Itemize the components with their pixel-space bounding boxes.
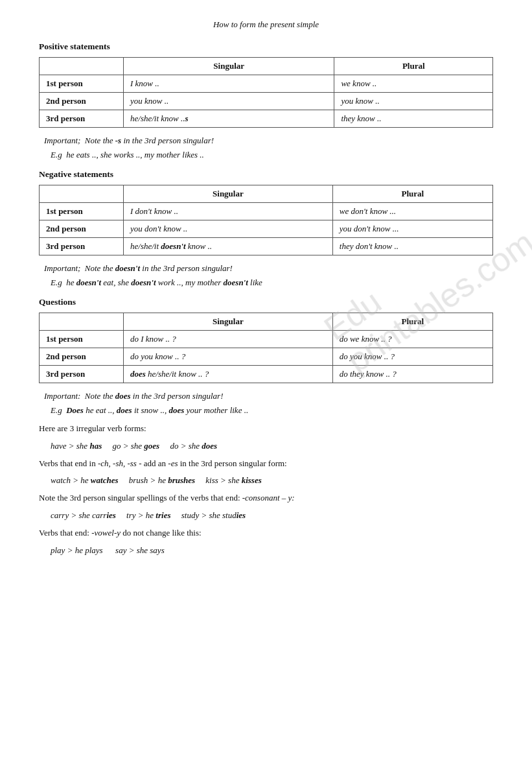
positive-heading: Positive statements <box>39 41 493 52</box>
negative-col-empty <box>40 185 124 203</box>
positive-row2-person: 2nd person <box>40 93 124 110</box>
questions-row2-person: 2nd person <box>40 348 124 366</box>
positive-col-singular: Singular <box>124 58 334 75</box>
positive-row3-person: 3rd person <box>40 110 124 128</box>
table-row: 2nd person you know .. you know .. <box>40 93 493 110</box>
table-row: 2nd person do you know .. ? do you know … <box>40 348 493 366</box>
page-title: How to form the present simple <box>39 19 493 30</box>
negative-row2-plural: you don't know ... <box>332 220 492 238</box>
positive-row2-plural: you know .. <box>334 93 493 110</box>
positive-row1-person: 1st person <box>40 75 124 93</box>
positive-row1-singular: I know .. <box>124 75 334 93</box>
questions-heading: Questions <box>39 297 493 307</box>
positive-table: Singular Plural 1st person I know .. we … <box>39 57 493 128</box>
negative-heading: Negative statements <box>39 169 493 180</box>
negative-table: Singular Plural 1st person I don't know … <box>39 185 493 255</box>
negative-row3-plural: they don't know .. <box>332 238 492 255</box>
vowel-y-intro: Verbs that end: -vowel-y do not change l… <box>39 527 493 540</box>
positive-row2-singular: you know .. <box>124 93 334 110</box>
questions-table: Singular Plural 1st person do I know .. … <box>39 313 493 383</box>
negative-col-plural: Plural <box>332 185 492 203</box>
irregular-intro: Here are 3 irregular verb forms: <box>39 422 493 436</box>
negative-row3-singular: he/she/it doesn't know .. <box>124 238 333 255</box>
consonant-y-examples: carry > she carries try > he tries study… <box>51 509 493 523</box>
table-row: 2nd person you don't know .. you don't k… <box>40 220 493 238</box>
irregular-verbs: have > she has go > she goes do > she do… <box>51 440 493 453</box>
questions-row2-plural: do you know .. ? <box>332 348 492 366</box>
consonant-y-intro: Note the 3rd person singular spellings o… <box>39 492 493 505</box>
positive-col-empty <box>40 58 124 75</box>
positive-row3-plural: they know .. <box>334 110 493 128</box>
questions-col-singular: Singular <box>124 313 333 331</box>
positive-note: Important; Note the -s in the 3rd person… <box>44 136 493 146</box>
negative-row1-plural: we don't know ... <box>332 203 492 220</box>
positive-row3-singular: he/she/it know ..s <box>124 110 334 128</box>
vowel-y-examples: play > he plays say > she says <box>51 544 493 558</box>
table-row: 3rd person he/she/it doesn't know .. the… <box>40 238 493 255</box>
questions-col-empty <box>40 313 124 331</box>
positive-col-plural: Plural <box>334 58 493 75</box>
negative-row2-singular: you don't know .. <box>124 220 333 238</box>
questions-row3-person: 3rd person <box>40 366 124 383</box>
negative-row2-person: 2nd person <box>40 220 124 238</box>
questions-row1-plural: do we know .. ? <box>332 331 492 348</box>
questions-row2-singular: do you know .. ? <box>124 348 333 366</box>
table-row: 1st person I don't know .. we don't know… <box>40 203 493 220</box>
table-row: 3rd person he/she/it know ..s they know … <box>40 110 493 128</box>
ch-sh-ss-examples: watch > he watches brush > he brushes ki… <box>51 474 493 488</box>
negative-note: Important; Note the doesn't in the 3rd p… <box>44 263 493 274</box>
negative-row3-person: 3rd person <box>40 238 124 255</box>
questions-example: E.g Does he eat .., does it snow .., doe… <box>51 405 493 416</box>
questions-row1-singular: do I know .. ? <box>124 331 333 348</box>
questions-row3-plural: do they know .. ? <box>332 366 492 383</box>
positive-example: E.g he eats .., she works .., my mother … <box>51 150 493 160</box>
questions-row1-person: 1st person <box>40 331 124 348</box>
negative-row1-singular: I don't know .. <box>124 203 333 220</box>
ch-sh-ss-intro: Verbs that end in -ch, -sh, -ss - add an… <box>39 457 493 471</box>
table-row: 1st person I know .. we know .. <box>40 75 493 93</box>
questions-col-plural: Plural <box>332 313 492 331</box>
positive-row1-plural: we know .. <box>334 75 493 93</box>
negative-row1-person: 1st person <box>40 203 124 220</box>
table-row: 1st person do I know .. ? do we know .. … <box>40 331 493 348</box>
negative-col-singular: Singular <box>124 185 333 203</box>
questions-row3-singular: does he/she/it know .. ? <box>124 366 333 383</box>
questions-note: Important: Note the does in the 3rd pers… <box>44 391 493 401</box>
negative-example: E.g he doesn't eat, she doesn't work ..,… <box>51 278 493 288</box>
table-row: 3rd person does he/she/it know .. ? do t… <box>40 366 493 383</box>
